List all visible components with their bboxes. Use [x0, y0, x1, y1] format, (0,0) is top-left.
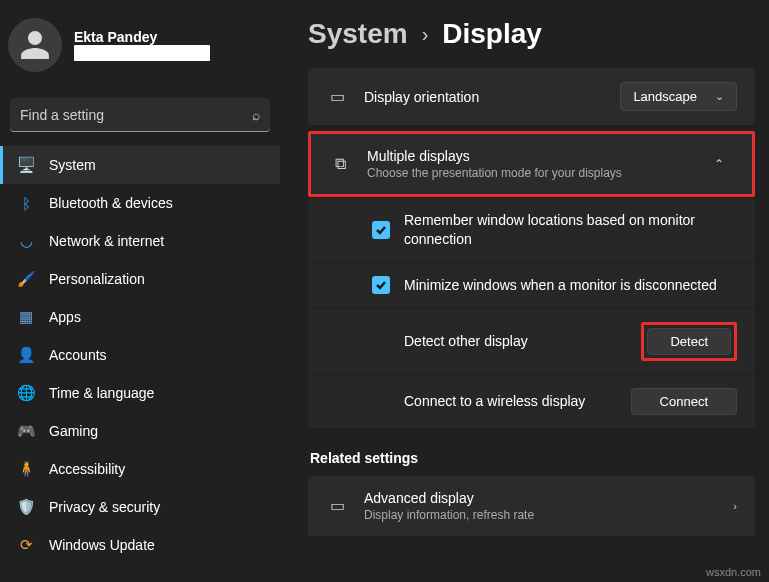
- sidebar-item-update[interactable]: ⟳Windows Update: [0, 526, 280, 564]
- sidebar-item-system[interactable]: 🖥️System: [0, 146, 280, 184]
- nav-list: 🖥️System ᛒBluetooth & devices ◡Network &…: [0, 146, 280, 564]
- sidebar-item-accessibility[interactable]: 🧍Accessibility: [0, 450, 280, 488]
- orientation-label: Display orientation: [364, 89, 604, 105]
- chevron-right-icon: ›: [422, 23, 429, 46]
- apps-icon: ▦: [17, 308, 35, 326]
- multiple-displays-card: ⧉ Multiple displays Choose the presentat…: [308, 131, 755, 428]
- nav-label: Personalization: [49, 271, 145, 287]
- minimize-checkbox[interactable]: [372, 276, 390, 294]
- user-name: Ekta Pandey: [74, 29, 210, 45]
- user-info: Ekta Pandey ████████████████: [74, 29, 210, 61]
- nav-label: Time & language: [49, 385, 154, 401]
- multiple-displays-icon: ⧉: [329, 155, 351, 173]
- detect-row: Detect other display Detect: [308, 308, 755, 374]
- orientation-icon: ▭: [326, 87, 348, 106]
- sidebar-item-network[interactable]: ◡Network & internet: [0, 222, 280, 260]
- update-icon: ⟳: [17, 536, 35, 554]
- avatar: [8, 18, 62, 72]
- accounts-icon: 👤: [17, 346, 35, 364]
- monitor-icon: ▭: [326, 496, 348, 515]
- display-orientation-card: ▭ Display orientation Landscape ⌄: [308, 68, 755, 125]
- search-icon: ⌕: [242, 107, 270, 123]
- accessibility-icon: 🧍: [17, 460, 35, 478]
- wireless-label: Connect to a wireless display: [372, 392, 617, 411]
- sidebar-item-gaming[interactable]: 🎮Gaming: [0, 412, 280, 450]
- sidebar-item-privacy[interactable]: 🛡️Privacy & security: [0, 488, 280, 526]
- user-email: ████████████████: [74, 45, 210, 61]
- orientation-value: Landscape: [633, 89, 697, 104]
- sidebar: Ekta Pandey ████████████████ ⌕ 🖥️System …: [0, 0, 280, 582]
- nav-label: Accounts: [49, 347, 107, 363]
- remember-checkbox[interactable]: [372, 221, 390, 239]
- multiple-displays-subtitle: Choose the presentation mode for your di…: [367, 166, 688, 180]
- nav-label: Windows Update: [49, 537, 155, 553]
- nav-label: Accessibility: [49, 461, 125, 477]
- main-content: System › Display ▭ Display orientation L…: [280, 0, 769, 582]
- user-profile[interactable]: Ekta Pandey ████████████████: [0, 10, 280, 88]
- sidebar-item-time-language[interactable]: 🌐Time & language: [0, 374, 280, 412]
- detect-label: Detect other display: [372, 332, 627, 351]
- search-input[interactable]: [10, 107, 242, 123]
- page-title: Display: [442, 18, 542, 50]
- watermark: wsxdn.com: [706, 566, 761, 578]
- remember-row: Remember window locations based on monit…: [308, 197, 755, 262]
- related-settings-title: Related settings: [310, 450, 755, 466]
- multiple-displays-title: Multiple displays: [367, 148, 688, 164]
- gaming-icon: 🎮: [17, 422, 35, 440]
- sidebar-item-apps[interactable]: ▦Apps: [0, 298, 280, 336]
- nav-label: Bluetooth & devices: [49, 195, 173, 211]
- person-icon: [18, 28, 52, 62]
- nav-label: Privacy & security: [49, 499, 160, 515]
- breadcrumb: System › Display: [308, 18, 755, 50]
- nav-label: Gaming: [49, 423, 98, 439]
- chevron-down-icon: ⌄: [715, 90, 724, 103]
- clock-icon: 🌐: [17, 384, 35, 402]
- breadcrumb-parent[interactable]: System: [308, 18, 408, 50]
- minimize-row: Minimize windows when a monitor is disco…: [308, 262, 755, 308]
- chevron-up-icon[interactable]: ⌃: [704, 149, 734, 179]
- sidebar-item-bluetooth[interactable]: ᛒBluetooth & devices: [0, 184, 280, 222]
- multiple-displays-body: Remember window locations based on monit…: [308, 197, 755, 428]
- sidebar-item-accounts[interactable]: 👤Accounts: [0, 336, 280, 374]
- advanced-title: Advanced display: [364, 490, 717, 506]
- shield-icon: 🛡️: [17, 498, 35, 516]
- nav-label: Apps: [49, 309, 81, 325]
- orientation-dropdown[interactable]: Landscape ⌄: [620, 82, 737, 111]
- advanced-subtitle: Display information, refresh rate: [364, 508, 717, 522]
- remember-label: Remember window locations based on monit…: [404, 211, 737, 249]
- bluetooth-icon: ᛒ: [17, 194, 35, 212]
- minimize-label: Minimize windows when a monitor is disco…: [404, 276, 737, 295]
- wifi-icon: ◡: [17, 232, 35, 250]
- detect-button[interactable]: Detect: [647, 328, 731, 355]
- multiple-displays-header[interactable]: ⧉ Multiple displays Choose the presentat…: [308, 131, 755, 197]
- brush-icon: 🖌️: [17, 270, 35, 288]
- nav-label: System: [49, 157, 96, 173]
- nav-label: Network & internet: [49, 233, 164, 249]
- wireless-row: Connect to a wireless display Connect: [308, 374, 755, 428]
- chevron-right-icon: ›: [733, 500, 737, 512]
- connect-button[interactable]: Connect: [631, 388, 737, 415]
- system-icon: 🖥️: [17, 156, 35, 174]
- advanced-display-card[interactable]: ▭ Advanced display Display information, …: [308, 476, 755, 536]
- sidebar-item-personalization[interactable]: 🖌️Personalization: [0, 260, 280, 298]
- search-input-wrap[interactable]: ⌕: [10, 98, 270, 132]
